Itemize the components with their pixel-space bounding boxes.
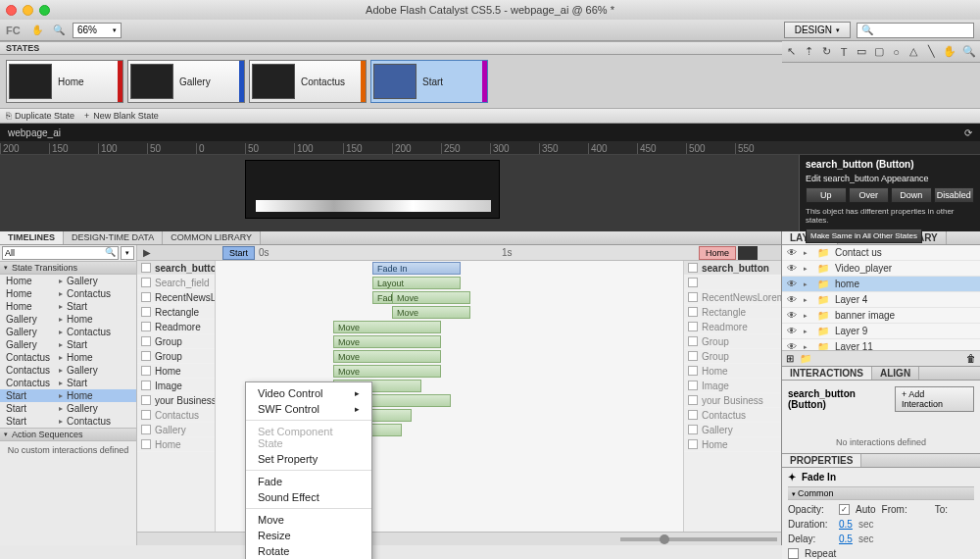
- rounded-rect-icon[interactable]: ▢: [873, 45, 885, 59]
- transition-row[interactable]: Gallery▸Contactus: [0, 326, 136, 338]
- workspace-mode-button[interactable]: DESIGN: [784, 22, 851, 38]
- zoom-tool-icon[interactable]: 🔍: [51, 23, 67, 38]
- state-start[interactable]: Start: [370, 60, 488, 103]
- track-row[interactable]: Readmore: [137, 320, 215, 334]
- hand-icon[interactable]: ✋: [943, 45, 956, 59]
- timeline-clip[interactable]: Fade In: [372, 262, 461, 275]
- layer-row[interactable]: 👁▸📁home: [782, 277, 980, 292]
- tab-interactions[interactable]: INTERACTIONS: [782, 367, 872, 380]
- context-menu-item[interactable]: Video Control: [246, 385, 371, 401]
- help-search[interactable]: 🔍: [857, 23, 974, 38]
- track-row[interactable]: Gallery: [137, 423, 215, 437]
- maximize-icon[interactable]: [39, 5, 50, 16]
- tab-design-time-data[interactable]: DESIGN-TIME DATA: [64, 231, 163, 244]
- transition-row[interactable]: Start▸Home: [0, 389, 136, 402]
- layer-row[interactable]: 👁▸📁Layer 4: [782, 292, 980, 308]
- track-row[interactable]: Contactus: [684, 408, 781, 423]
- timeline-clip[interactable]: Move: [333, 335, 441, 348]
- state-home[interactable]: Home: [6, 60, 123, 103]
- track-row[interactable]: Home: [137, 437, 215, 452]
- transition-row[interactable]: Start▸Contactus: [0, 415, 136, 428]
- tab-align[interactable]: ALIGN: [872, 367, 919, 380]
- action-sequences-header[interactable]: Action Sequences: [0, 428, 136, 441]
- search-dropdown[interactable]: ▾: [121, 246, 134, 260]
- hand-tool-icon[interactable]: ✋: [29, 23, 45, 38]
- transform-icon[interactable]: ↻: [821, 45, 833, 59]
- hud-over-button[interactable]: Over: [849, 187, 890, 203]
- layer-row[interactable]: 👁▸📁Contact us: [782, 245, 980, 261]
- track-row[interactable]: Group: [137, 349, 215, 364]
- duplicate-state-button[interactable]: ⎘ Duplicate State: [6, 111, 74, 121]
- transition-row[interactable]: Contactus▸Home: [0, 351, 136, 364]
- track-row[interactable]: RecentNewsLoremipsumd...: [137, 290, 215, 305]
- state-gallery[interactable]: Gallery: [127, 60, 245, 103]
- auto-checkbox[interactable]: ✓: [839, 504, 850, 515]
- hud-disabled-button[interactable]: Disabled: [934, 187, 975, 203]
- track-row[interactable]: Group: [137, 334, 215, 349]
- repeat-checkbox[interactable]: [788, 548, 799, 559]
- timeline-clip[interactable]: Move: [392, 306, 470, 319]
- timeline-clip[interactable]: Layout: [372, 277, 461, 289]
- zoom-select[interactable]: 66%: [73, 23, 122, 38]
- new-layer-icon[interactable]: ⊞: [786, 353, 794, 364]
- direct-select-icon[interactable]: ⇡: [804, 45, 815, 59]
- track-row[interactable]: Image: [684, 379, 781, 393]
- track-row[interactable]: your Business: [137, 393, 215, 408]
- track-row[interactable]: your Business: [684, 393, 781, 408]
- play-button[interactable]: ▶: [137, 247, 157, 258]
- transition-row[interactable]: Gallery▸Home: [0, 313, 136, 326]
- track-row[interactable]: RecentNewsLoremipsumd...: [684, 290, 781, 305]
- layer-row[interactable]: 👁▸📁Layer 9: [782, 324, 980, 339]
- context-menu-item[interactable]: Move: [246, 512, 371, 528]
- context-menu-item[interactable]: SWF Control: [246, 401, 371, 417]
- track-row[interactable]: [684, 276, 781, 290]
- context-menu-item[interactable]: Set Property: [246, 451, 371, 467]
- rect-tool-icon[interactable]: ▭: [856, 45, 867, 59]
- track-row[interactable]: Search_field: [137, 276, 215, 290]
- layer-row[interactable]: 👁▸📁banner image: [782, 308, 980, 324]
- new-folder-icon[interactable]: 📁: [800, 353, 811, 364]
- track-row[interactable]: search_button: [137, 261, 215, 276]
- track-row[interactable]: Image: [137, 379, 215, 393]
- transition-row[interactable]: Start▸Gallery: [0, 402, 136, 415]
- text-tool-icon[interactable]: T: [838, 45, 850, 59]
- track-row[interactable]: Readmore: [684, 320, 781, 334]
- tab-common-library[interactable]: COMMON LIBRARY: [163, 231, 261, 244]
- track-row[interactable]: Contactus: [137, 408, 215, 423]
- timeline-clip[interactable]: Move: [392, 291, 470, 304]
- context-menu-item[interactable]: Sound Effect: [246, 489, 371, 505]
- transition-row[interactable]: Home▸Contactus: [0, 287, 136, 300]
- track-row[interactable]: Rectangle: [684, 305, 781, 320]
- zoom-icon[interactable]: 🔍: [962, 45, 976, 59]
- tab-properties[interactable]: PROPERTIES: [782, 454, 861, 467]
- timeline-zoom-slider[interactable]: [620, 537, 777, 541]
- delete-layer-icon[interactable]: 🗑: [966, 353, 976, 364]
- props-common-header[interactable]: Common: [788, 486, 974, 500]
- add-interaction-button[interactable]: + Add Interaction: [895, 386, 974, 412]
- duration-value[interactable]: 0.5: [839, 519, 853, 530]
- minimize-icon[interactable]: [23, 5, 33, 16]
- track-row[interactable]: Home: [684, 364, 781, 379]
- state-transitions-header[interactable]: State Transitions: [0, 261, 136, 275]
- hud-down-button[interactable]: Down: [891, 187, 932, 203]
- hud-make-same-button[interactable]: Make Same in All Other States: [806, 229, 922, 243]
- transition-row[interactable]: Contactus▸Start: [0, 377, 136, 389]
- transition-row[interactable]: Gallery▸Start: [0, 338, 136, 351]
- context-menu-item[interactable]: Resize: [246, 528, 371, 543]
- hud-up-button[interactable]: Up: [806, 187, 847, 203]
- context-menu-item[interactable]: Rotate: [246, 543, 371, 559]
- track-row[interactable]: search_button: [684, 261, 781, 276]
- selection-tool-icon[interactable]: ↖: [786, 45, 798, 59]
- close-icon[interactable]: [6, 5, 17, 16]
- triangle-tool-icon[interactable]: △: [907, 45, 919, 59]
- track-row[interactable]: Group: [684, 349, 781, 364]
- track-row[interactable]: Group: [684, 334, 781, 349]
- line-tool-icon[interactable]: ╲: [925, 45, 937, 59]
- timeline-clip[interactable]: Move: [333, 365, 441, 378]
- timeline-clip[interactable]: Move: [333, 321, 441, 333]
- tab-timelines[interactable]: TIMELINES: [0, 231, 64, 244]
- track-row[interactable]: Home: [684, 437, 781, 452]
- new-blank-state-button[interactable]: + New Blank State: [84, 111, 159, 121]
- context-menu-item[interactable]: Fade: [246, 474, 371, 489]
- layer-row[interactable]: 👁▸📁Video_player: [782, 261, 980, 277]
